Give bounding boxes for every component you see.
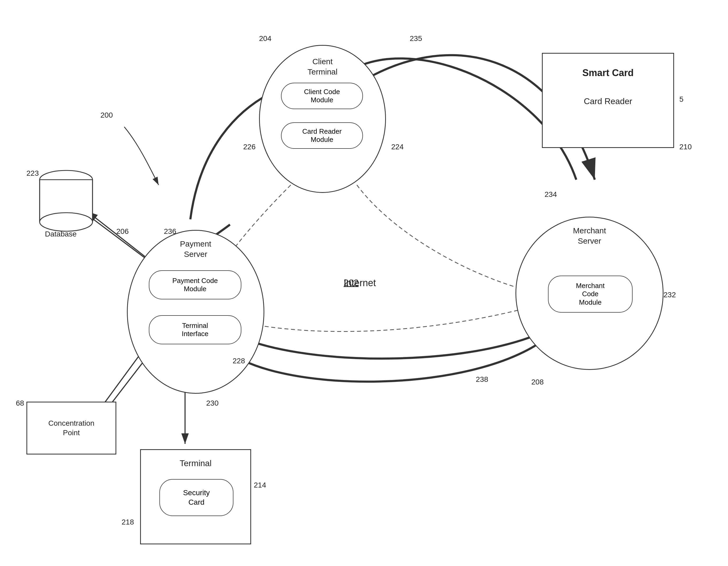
ref-206: 206	[116, 227, 129, 236]
ref-223: 223	[26, 169, 39, 178]
security-card: SecurityCard	[159, 479, 233, 516]
ref-210: 210	[679, 143, 692, 151]
merchant-server-circle: MerchantServer MerchantCodeModule	[515, 217, 664, 370]
terminal-label: Terminal	[141, 458, 250, 469]
card-reader-label: Card Reader	[543, 96, 673, 107]
ref-224: 224	[391, 143, 404, 151]
database-label: Database	[45, 230, 77, 238]
ref-200: 200	[100, 111, 113, 120]
ref-235: 235	[410, 34, 422, 43]
smart-card-label: Smart Card	[543, 67, 673, 79]
payment-code-module: Payment CodeModule	[149, 270, 241, 299]
client-terminal-label: ClientTerminal	[260, 56, 385, 77]
ref-218: 218	[122, 518, 134, 526]
internet-ref: 202	[344, 278, 359, 288]
merchant-code-module: MerchantCodeModule	[548, 276, 633, 312]
diagram-container: 200 204 235 ClientTerminal Client CodeMo…	[0, 0, 728, 566]
card-reader-module: Card ReaderModule	[281, 122, 363, 149]
ref-230: 230	[206, 399, 219, 407]
payment-server-circle: PaymentServer Payment CodeModule Termina…	[127, 230, 264, 394]
client-code-module: Client CodeModule	[281, 83, 363, 109]
ref-238: 238	[476, 375, 488, 384]
ref-236: 236	[164, 227, 176, 236]
client-terminal-circle: ClientTerminal Client CodeModule Card Re…	[259, 45, 386, 193]
ref-214: 214	[254, 481, 266, 489]
client-code-module-label: Client CodeModule	[304, 88, 340, 104]
database-shape	[37, 169, 95, 238]
ref-232: 232	[664, 291, 676, 299]
smart-card-box: Smart Card Card Reader	[542, 53, 674, 148]
svg-point-6	[40, 213, 93, 231]
ref-226: 226	[243, 143, 256, 151]
ref-204: 204	[259, 34, 271, 43]
card-reader-module-label: Card ReaderModule	[302, 127, 342, 144]
terminal-interface: TerminalInterface	[149, 315, 241, 344]
concentration-point-label: ConcentrationPoint	[48, 418, 94, 438]
payment-server-label: PaymentServer	[128, 239, 264, 259]
terminal-box: Terminal SecurityCard	[140, 449, 251, 544]
merchant-server-label: MerchantServer	[516, 226, 663, 246]
merchant-code-module-label: MerchantCodeModule	[576, 282, 605, 306]
ref-68: 68	[16, 399, 24, 407]
terminal-interface-label: TerminalInterface	[182, 321, 208, 338]
payment-code-module-label: Payment CodeModule	[172, 277, 218, 293]
ref-234: 234	[545, 190, 557, 199]
ref-228: 228	[233, 357, 245, 365]
security-card-label: SecurityCard	[183, 488, 210, 507]
concentration-point-box: ConcentrationPoint	[26, 402, 116, 454]
ref-5: 5	[679, 95, 684, 104]
ref-208: 208	[531, 378, 544, 386]
